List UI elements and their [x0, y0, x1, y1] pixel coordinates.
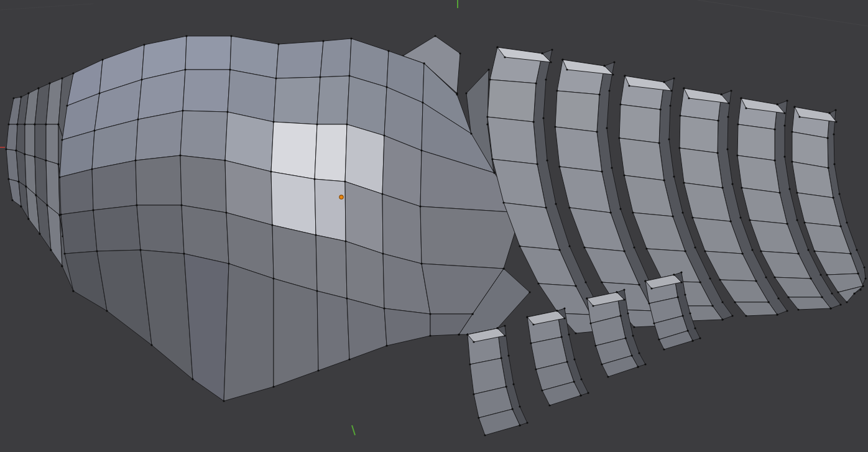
blender-3d-viewport[interactable] [0, 0, 868, 452]
object-origin [339, 195, 343, 199]
viewport-canvas[interactable] [0, 0, 868, 452]
